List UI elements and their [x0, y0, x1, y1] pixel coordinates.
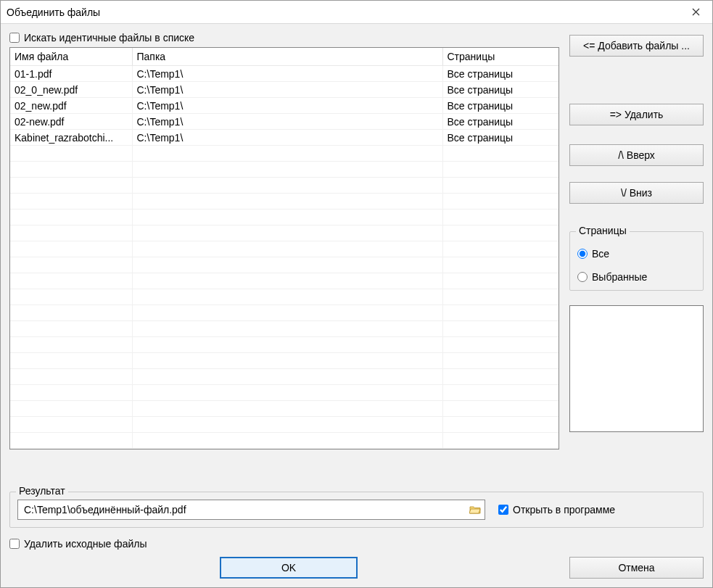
- client-area: Искать идентичные файлы в списке Имя фай…: [1, 24, 712, 587]
- dialog-window: Объединить файлы Искать идентичные файлы…: [0, 0, 713, 588]
- table-row[interactable]: Kabinet_razrabotchi...C:\Temp1\Все стран…: [10, 130, 559, 146]
- result-group: Результат Открыть в программе: [9, 492, 704, 528]
- delete-source-checkbox[interactable]: [9, 539, 20, 549]
- cell-folder: C:\Temp1\: [132, 130, 442, 146]
- empty-row: [10, 305, 559, 321]
- empty-row: [10, 417, 559, 433]
- open-in-program-checkbox[interactable]: [498, 505, 508, 515]
- search-identical-checkbox[interactable]: [9, 33, 20, 43]
- cell-pages: Все страницы: [442, 82, 559, 98]
- empty-row: [10, 257, 559, 273]
- result-row: Открыть в программе: [17, 500, 696, 520]
- pages-group: Страницы Все Выбранные: [569, 231, 704, 291]
- table-header-row: Имя файла Папка Страницы: [10, 48, 559, 66]
- cell-pages: Все страницы: [442, 98, 559, 114]
- empty-row: [10, 162, 559, 178]
- open-in-program-check[interactable]: Открыть в программе: [498, 503, 615, 516]
- empty-row: [10, 433, 559, 449]
- cell-name: Kabinet_razrabotchi...: [10, 130, 132, 146]
- cell-pages: Все страницы: [442, 114, 559, 130]
- search-identical-label: Искать идентичные файлы в списке: [24, 32, 194, 44]
- col-header-pages[interactable]: Страницы: [442, 48, 559, 66]
- window-title: Объединить файлы: [7, 7, 100, 18]
- empty-row: [10, 369, 559, 385]
- pages-radio-all-label: Все: [592, 248, 609, 260]
- empty-row: [10, 178, 559, 194]
- cell-name: 01-1.pdf: [10, 66, 132, 82]
- file-list[interactable]: Имя файла Папка Страницы 01-1.pdfC:\Temp…: [9, 47, 559, 450]
- empty-row: [10, 273, 559, 289]
- empty-row: [10, 321, 559, 337]
- cell-name: 02_0_new.pdf: [10, 82, 132, 98]
- empty-row: [10, 401, 559, 417]
- cell-pages: Все страницы: [442, 66, 559, 82]
- empty-row: [10, 385, 559, 401]
- pages-radio-selected[interactable]: Выбранные: [577, 271, 696, 283]
- titlebar: Объединить файлы: [1, 1, 712, 24]
- table-row[interactable]: 02_0_new.pdfC:\Temp1\Все страницы: [10, 82, 559, 98]
- cancel-button[interactable]: Отмена: [569, 557, 704, 579]
- close-button[interactable]: [679, 1, 712, 23]
- empty-row: [10, 289, 559, 305]
- search-identical-check[interactable]: Искать идентичные файлы в списке: [9, 31, 559, 44]
- empty-row: [10, 210, 559, 225]
- table-row[interactable]: 02-new.pdfC:\Temp1\Все страницы: [10, 114, 559, 130]
- cell-folder: C:\Temp1\: [132, 114, 442, 130]
- cell-name: 02-new.pdf: [10, 114, 132, 130]
- col-header-folder[interactable]: Папка: [132, 48, 442, 66]
- empty-row: [10, 241, 559, 257]
- empty-row: [10, 225, 559, 241]
- file-table: Имя файла Папка Страницы 01-1.pdfC:\Temp…: [10, 48, 559, 449]
- cell-pages: Все страницы: [442, 130, 559, 146]
- left-column: Искать идентичные файлы в списке Имя фай…: [9, 31, 559, 450]
- table-row[interactable]: 01-1.pdfC:\Temp1\Все страницы: [10, 66, 559, 82]
- remove-button[interactable]: => Удалить: [569, 104, 704, 125]
- close-icon: [692, 6, 700, 18]
- cell-folder: C:\Temp1\: [132, 66, 442, 82]
- delete-source-check[interactable]: Удалить исходные файлы: [9, 538, 704, 550]
- top-row: Искать идентичные файлы в списке Имя фай…: [9, 31, 704, 484]
- empty-row: [10, 337, 559, 353]
- open-in-program-label: Открыть в программе: [513, 504, 615, 515]
- pages-radio-all[interactable]: Все: [577, 248, 696, 260]
- table-body: 01-1.pdfC:\Temp1\Все страницы02_0_new.pd…: [10, 66, 559, 449]
- cell-folder: C:\Temp1\: [132, 98, 442, 114]
- result-path-input[interactable]: [22, 503, 469, 516]
- move-down-button[interactable]: \/ Вниз: [569, 182, 704, 204]
- table-row[interactable]: 02_new.pdfC:\Temp1\Все страницы: [10, 98, 559, 114]
- cell-name: 02_new.pdf: [10, 98, 132, 114]
- bottom-buttons: OK Отмена: [9, 557, 704, 580]
- pages-group-title: Страницы: [576, 225, 630, 236]
- delete-source-label: Удалить исходные файлы: [24, 538, 147, 550]
- ok-button[interactable]: OK: [220, 557, 358, 579]
- preview-box: [569, 305, 704, 432]
- pages-radio-selected-label: Выбранные: [592, 271, 647, 283]
- browse-icon[interactable]: [469, 503, 482, 516]
- empty-row: [10, 353, 559, 369]
- empty-row: [10, 194, 559, 210]
- right-column: <= Добавить файлы ... => Удалить /\ Ввер…: [569, 31, 704, 432]
- pages-radio-selected-input[interactable]: [577, 272, 588, 282]
- empty-row: [10, 146, 559, 162]
- add-files-button[interactable]: <= Добавить файлы ...: [569, 35, 704, 57]
- result-group-title: Результат: [16, 485, 68, 497]
- result-path-field-wrap: [17, 500, 485, 520]
- move-up-button[interactable]: /\ Вверх: [569, 144, 704, 166]
- pages-radio-all-input[interactable]: [577, 249, 588, 259]
- cell-folder: C:\Temp1\: [132, 82, 442, 98]
- col-header-name[interactable]: Имя файла: [10, 48, 132, 66]
